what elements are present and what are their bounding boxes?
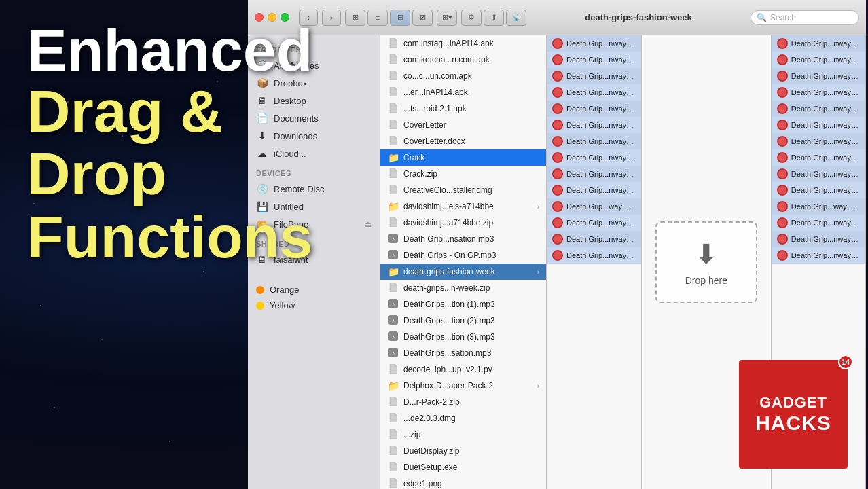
file-item[interactable]: ...er...inAPI14.apk (380, 84, 546, 101)
close-button[interactable] (255, 13, 264, 22)
file-item[interactable]: 📁davidshimj...ejs-a714bbe› (380, 198, 546, 215)
mp3-list-item[interactable]: Death Grip...nway Y.mp3 (547, 101, 641, 117)
mp3-list-item[interactable]: Death Grip...nway D.mp3 (547, 117, 641, 133)
sidebar-item-desktop[interactable]: 🖥 Desktop (248, 92, 380, 109)
airdrop-button[interactable]: 📡 (506, 10, 526, 26)
file-item[interactable]: com.instag...inAPI14.apk (380, 35, 546, 52)
mp3-right-list-item[interactable]: Death Grip...nway E.m... (772, 133, 865, 149)
mp3-right-file-name: Death Grip...nway D.m... (791, 121, 860, 129)
file-name: Crack (403, 153, 539, 162)
file-item[interactable]: DuetSetup.exe (380, 459, 546, 475)
sidebar-item-faisalwht[interactable]: 🖥 faisalwht (248, 251, 380, 268)
sidebar-item-dropbox[interactable]: 📦 Dropbox (248, 74, 380, 92)
mp3-right-list-item[interactable]: Death Grip...nway N.mp3 (772, 247, 865, 264)
mp3-right-list-item[interactable]: Death Grip...nway H.m... (772, 182, 865, 198)
list-view-button[interactable]: ≡ (367, 10, 388, 26)
mp3-list-item[interactable]: Death Grip...nway E.mp3 (547, 133, 641, 149)
file-item[interactable]: ...de2.0.3.dmg (380, 410, 546, 427)
search-box[interactable]: 🔍 Search (751, 10, 859, 25)
coverflow-view-button[interactable]: ⊠ (412, 10, 433, 26)
untitled-drive-icon: 💾 (256, 200, 268, 213)
mp3-right-list-item[interactable]: Death Grip...nway N.m... (772, 84, 865, 101)
sidebar-item-icloud[interactable]: ☁ iCloud... (248, 145, 380, 162)
sidebar-item-all-files[interactable]: 📋 All My Files (248, 56, 380, 74)
file-item[interactable]: ♪Death Grip...nsation.mp3 (380, 231, 546, 247)
file-item[interactable]: 📁death-grips-fashion-week› (380, 264, 546, 280)
back-button[interactable]: ‹ (299, 10, 318, 26)
sidebar-item-filepane[interactable]: 📂 FilePane ⏏ (248, 215, 380, 233)
mp3-right-list-item[interactable]: Death Grip...nway E.m... (772, 52, 865, 68)
file-item[interactable]: decode_iph...up_v2.1.py (380, 361, 546, 378)
mp3-list-item[interactable]: Death Grip...nway N.mp3 (547, 247, 641, 264)
mp3-right-list-item[interactable]: Death Grip...nway H.m... (772, 215, 865, 231)
maximize-button[interactable] (281, 13, 289, 22)
mp3-list-item[interactable]: Death Grip...nway E.mp3 (547, 52, 641, 68)
mp3-list-item[interactable]: Death Grip...nway N.mp3 (547, 68, 641, 84)
file-name: death-grips...n-week.zip (403, 283, 539, 293)
minimize-button[interactable] (268, 13, 276, 22)
mp3-list-item[interactable]: Death Grip...nway A.mp3 (547, 149, 641, 166)
mp3-right-file-name: Death Grip...nway T.m... (791, 170, 860, 178)
file-item[interactable]: ♪DeathGrips...sation.mp3 (380, 345, 546, 361)
mp3-right-list-item[interactable]: Death Grip...nway D.m... (772, 117, 865, 133)
mp3-right-file-icon (777, 38, 788, 49)
mp3-right-list-item[interactable]: Death Grip...nway T.m... (772, 166, 865, 182)
mp3-list-item[interactable]: Death Grip...nway H.mp3 (547, 215, 641, 231)
icon-view-button[interactable]: ⊞ (345, 10, 365, 26)
action-button[interactable]: ⚙ (461, 10, 482, 26)
file-item[interactable]: CoverLetter (380, 117, 546, 133)
mp3-list-item[interactable]: Death Grip...nway E.mp3 (547, 231, 641, 247)
sidebar-item-downloads[interactable]: ⬇ Downloads (248, 127, 380, 145)
file-item[interactable]: DuetDisplay.zip (380, 443, 546, 459)
file-item[interactable]: ...ts...roid-2.1.apk (380, 101, 546, 117)
file-name: DeathGrips...tion (2).mp3 (403, 316, 539, 325)
mp3-file-name: Death Grip...nway H.mp3 (566, 219, 636, 227)
mp3-list-item[interactable]: Death Grip...nway J.mp3 (547, 35, 641, 52)
file-item[interactable]: CoverLetter.docx (380, 133, 546, 149)
sidebar-tag-yellow[interactable]: Yellow (248, 297, 380, 313)
file-item[interactable]: 📁Crack (380, 149, 546, 166)
file-item[interactable]: Crack.zip (380, 166, 546, 182)
mp3-list-item[interactable]: Death Grip...nway H.mp3 (547, 182, 641, 198)
mp3-list-left: Death Grip...nway J.mp3Death Grip...nway… (547, 35, 642, 489)
mp3-right-file-name: Death Grip...nway J.m... (791, 39, 860, 48)
sidebar-item-desktop-label: Desktop (274, 96, 306, 106)
mp3-right-list-item[interactable]: Death Grip...nway A.m... (772, 149, 865, 166)
file-item[interactable]: edge1.png (380, 475, 546, 489)
mp3-right-list-item[interactable]: Death Grip...nway N.m... (772, 68, 865, 84)
file-item[interactable]: co...c...un.com.apk (380, 68, 546, 84)
sidebar-tag-orange[interactable]: Orange (248, 282, 380, 297)
file-item[interactable]: ♪DeathGrips...tion (1).mp3 (380, 296, 546, 312)
mp3-right-list-item[interactable]: Death Grip...nway J.m... (772, 35, 865, 52)
sidebar-item-untitled[interactable]: 💾 Untitled (248, 198, 380, 215)
forward-button[interactable]: › (322, 10, 341, 26)
column-view-button[interactable]: ⊟ (390, 10, 410, 26)
file-item[interactable]: com.ketcha...n.com.apk (380, 52, 546, 68)
mp3-list-item[interactable]: Death Grip...nway T.mp3 (547, 166, 641, 182)
file-item[interactable]: davidshimj...a714bbe.zip (380, 215, 546, 231)
file-item[interactable]: ♪DeathGrips...tion (2).mp3 (380, 312, 546, 329)
mp3-file-name: Death Grip...nway N.mp3 (566, 88, 636, 96)
drop-box[interactable]: ⬇ Drop here (655, 221, 757, 303)
file-item[interactable]: CreativeClo...staller.dmg (380, 182, 546, 198)
mp3-right-file-icon (777, 250, 788, 261)
file-item[interactable]: D...r-Pack-2.zip (380, 394, 546, 410)
file-item[interactable]: 📁Delphox-D...aper-Pack-2› (380, 378, 546, 394)
sidebar-item-remote-disc[interactable]: 💿 Remote Disc (248, 180, 380, 198)
mp3-right-file-icon (777, 87, 788, 98)
mp3-right-list-item[interactable]: Death Grip...nway Y.m... (772, 101, 865, 117)
arrange-button[interactable]: ⊞▾ (437, 10, 457, 26)
mp3-list-item[interactable]: Death Grip...way W.mp3 (547, 198, 641, 215)
file-item[interactable]: ♪Death Grips - On GP.mp3 (380, 247, 546, 264)
sidebar-item-documents[interactable]: 📄 Documents (248, 109, 380, 127)
mp3-list-item[interactable]: Death Grip...nway N.mp3 (547, 84, 641, 101)
mp3-right-list-item[interactable]: Death Grip...nway E.m... (772, 231, 865, 247)
remote-disc-icon: 💿 (256, 183, 268, 195)
mp3-right-list-item[interactable]: Death Grip...way W.m... (772, 198, 865, 215)
share-button[interactable]: ⬆ (484, 10, 504, 26)
file-item[interactable]: ...zip (380, 427, 546, 443)
mp3-file-name: Death Grip...way W.mp3 (566, 202, 636, 211)
file-icon: ♪ (387, 315, 399, 327)
file-item[interactable]: death-grips...n-week.zip (380, 280, 546, 296)
file-item[interactable]: ♪DeathGrips...tion (3).mp3 (380, 329, 546, 345)
